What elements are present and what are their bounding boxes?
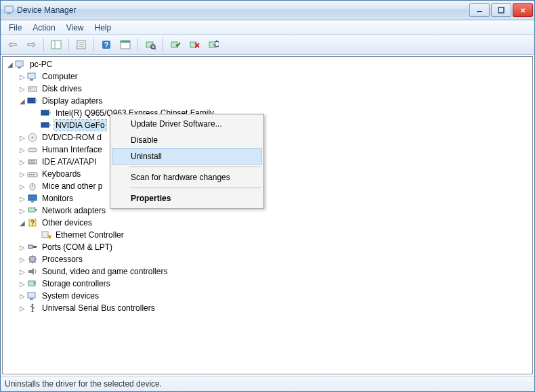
computer-root-icon [15, 59, 26, 70]
collapse-icon[interactable]: ◢ [18, 219, 27, 227]
menu-action[interactable]: Action [27, 22, 60, 34]
svg-rect-66 [30, 299, 33, 300]
expand-icon[interactable]: ▷ [18, 305, 27, 312]
svg-rect-3 [498, 7, 504, 13]
window-buttons: ✕ [469, 3, 533, 17]
tree-item-nvidia-display[interactable]: NVIDIA GeFo [3, 119, 532, 131]
menu-view[interactable]: View [61, 22, 89, 34]
tree-item-mice[interactable]: ▷ Mice and other p [3, 180, 532, 192]
svg-text:?: ? [30, 219, 35, 227]
close-button[interactable]: ✕ [513, 3, 533, 17]
tree-label: DVD/CD-ROM d [41, 132, 103, 143]
tree-label: Network adapters [41, 205, 107, 216]
tree-item-network[interactable]: ▷ Network adapters [3, 204, 532, 217]
expand-icon[interactable]: ▷ [18, 256, 27, 263]
uninstall-button[interactable] [186, 37, 203, 53]
ctx-update-driver[interactable]: Update Driver Software... [112, 116, 262, 132]
ctx-separator [129, 188, 261, 188]
ctx-uninstall[interactable]: Uninstall [112, 148, 262, 165]
svg-rect-23 [18, 67, 21, 68]
statusbar: Uninstalls the driver for the selected d… [1, 376, 534, 391]
svg-rect-22 [16, 61, 23, 66]
tree-item-intel-display[interactable]: Intel(R) Q965/Q963 Express Chipset Famil… [3, 107, 532, 119]
keyboard-icon [27, 169, 38, 179]
tree-item-ide[interactable]: ▷ IDE ATA/ATAPI [3, 156, 532, 168]
svg-rect-36 [28, 148, 37, 152]
mouse-icon [27, 181, 38, 192]
expand-icon[interactable]: ▷ [18, 171, 27, 178]
back-button[interactable]: ⇦ [3, 37, 21, 53]
expand-icon[interactable]: ▷ [18, 195, 27, 202]
minimize-button[interactable] [469, 3, 490, 17]
tree-item-processors[interactable]: ▷ Processors [3, 253, 532, 265]
expand-icon[interactable]: ▷ [18, 183, 27, 190]
ctx-scan-hardware[interactable]: Scan for hardware changes [112, 169, 262, 186]
expand-icon[interactable]: ▷ [18, 146, 27, 154]
expand-icon[interactable]: ▷ [18, 207, 27, 215]
tree-item-ports[interactable]: ▷ Ports (COM & LPT) [3, 241, 532, 253]
ctx-separator [129, 167, 261, 167]
tree-label: Keyboards [41, 169, 82, 179]
svg-rect-29 [35, 100, 37, 102]
tree-item-other-devices[interactable]: ◢ ? Other devices [3, 217, 532, 229]
toolbar-separator [163, 38, 163, 51]
expand-icon[interactable]: ▷ [18, 280, 27, 288]
tree-item-keyboards[interactable]: ▷ Keyboards [3, 168, 532, 180]
tree-label: Universal Serial Bus controllers [41, 303, 156, 313]
tree-item-monitors[interactable]: ▷ Monitors [3, 192, 532, 204]
tree-item-usb[interactable]: ▷ Universal Serial Bus controllers [3, 302, 532, 314]
expand-icon[interactable]: ▷ [18, 292, 27, 300]
tree-label: pc-PC [28, 59, 53, 70]
tree-item-disk-drives[interactable]: ▷ Disk drives [3, 83, 532, 95]
tree-label: Display adapters [41, 95, 104, 106]
toolbar-separator [93, 38, 94, 51]
expand-icon[interactable]: ▷ [18, 73, 27, 81]
tree-item-dvd[interactable]: ▷ DVD/CD-ROM d [3, 131, 532, 144]
expand-icon[interactable]: ▷ [18, 268, 27, 276]
ctx-properties[interactable]: Properties [112, 190, 262, 206]
svg-rect-57 [33, 246, 37, 248]
tree-item-sound[interactable]: ▷ Sound, video and game controllers [3, 265, 532, 278]
tree-item-hid[interactable]: ▷ Human Interface [3, 144, 532, 156]
tree-item-storage[interactable]: ▷ Storage controllers [3, 278, 532, 290]
show-hide-tree-button[interactable] [47, 37, 65, 53]
enable-button[interactable] [167, 37, 184, 53]
svg-rect-48 [31, 201, 34, 202]
svg-rect-53 [42, 232, 48, 238]
maximize-button[interactable] [491, 3, 511, 17]
tree-root[interactable]: ◢ pc-PC [3, 58, 532, 70]
help-button[interactable]: ? [98, 37, 115, 53]
tree-pane-icon [51, 39, 62, 50]
expand-icon[interactable]: ▷ [18, 244, 27, 251]
expand-icon[interactable]: ▷ [18, 85, 27, 93]
menu-help[interactable]: Help [89, 22, 117, 34]
action-button[interactable] [116, 37, 134, 53]
device-tree[interactable]: ◢ pc-PC ▷ Computer ▷ Disk drives ◢ Displ… [2, 56, 533, 374]
tree-label: Monitors [41, 193, 74, 204]
tree-label: NVIDIA GeFo [54, 120, 106, 131]
tree-item-ethernet-controller[interactable]: ! Ethernet Controller [3, 229, 532, 241]
menu-file[interactable]: File [3, 22, 27, 34]
tree-item-system-devices[interactable]: ▷ System devices [3, 290, 532, 302]
tree-label: Processors [41, 254, 84, 265]
expand-icon[interactable]: ▷ [18, 158, 27, 166]
svg-rect-0 [5, 6, 13, 12]
tree-label: Computer [41, 71, 79, 82]
properties-button[interactable] [72, 37, 90, 53]
device-manager-window: Device Manager ✕ File Action View Help ⇦… [0, 0, 535, 392]
update-driver-button[interactable] [205, 37, 222, 53]
expand-icon[interactable]: ▷ [18, 134, 27, 141]
tree-label: IDE ATA/ATAPI [41, 156, 98, 167]
forward-button[interactable]: ⇨ [22, 37, 40, 53]
tree-item-display-adapters[interactable]: ◢ Display adapters [3, 95, 532, 107]
network-icon [27, 205, 38, 216]
collapse-icon[interactable]: ◢ [18, 97, 27, 105]
collapse-icon[interactable]: ◢ [5, 61, 15, 68]
titlebar: Device Manager ✕ [1, 1, 534, 20]
svg-rect-28 [28, 98, 35, 103]
ctx-disable[interactable]: Disable [112, 132, 262, 148]
tree-item-computer[interactable]: ▷ Computer [3, 70, 532, 83]
scan-hardware-button[interactable] [142, 37, 159, 53]
svg-rect-43 [31, 174, 33, 175]
svg-marker-63 [28, 268, 34, 275]
